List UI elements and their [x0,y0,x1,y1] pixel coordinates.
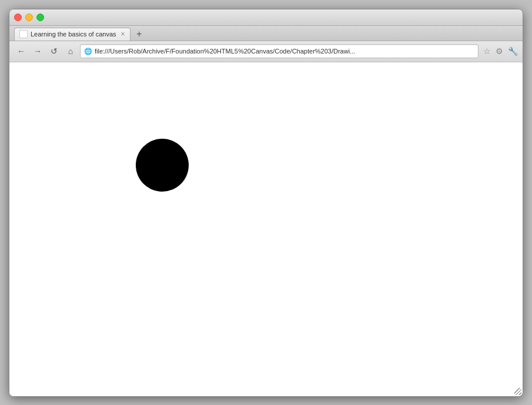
home-button[interactable]: ⌂ [63,44,78,58]
bookmark-icon[interactable]: ☆ [483,46,491,56]
wrench-icon[interactable]: 🔧 [508,46,518,56]
window-controls [14,14,44,21]
close-button[interactable] [14,14,22,21]
tools-icon[interactable]: ⚙ [496,46,503,56]
reload-button[interactable]: ↺ [47,44,61,58]
title-bar [9,9,523,26]
nav-bar: ← → ↺ ⌂ 🌐 file:///Users/Rob/Archive/F/Fo… [9,41,523,62]
browser-window: Learning the basics of canvas × + ← → ↺ … [9,9,523,397]
resize-handle[interactable] [514,388,521,395]
back-button[interactable]: ← [14,44,28,58]
tab-favicon [19,30,28,38]
minimize-button[interactable] [25,14,33,21]
content-area [9,62,523,396]
active-tab[interactable]: Learning the basics of canvas × [14,28,131,41]
tab-close-button[interactable]: × [121,31,125,38]
ssl-icon: 🌐 [84,48,92,55]
address-text: file:///Users/Rob/Archive/F/Foundation%2… [95,48,474,55]
new-tab-button[interactable]: + [133,28,146,41]
address-bar[interactable]: 🌐 file:///Users/Rob/Archive/F/Foundation… [80,44,479,58]
maximize-button[interactable] [36,14,44,21]
tab-bar: Learning the basics of canvas × + [9,26,523,41]
tab-label: Learning the basics of canvas [31,31,116,38]
forward-button[interactable]: → [31,44,45,58]
black-circle [136,139,189,192]
